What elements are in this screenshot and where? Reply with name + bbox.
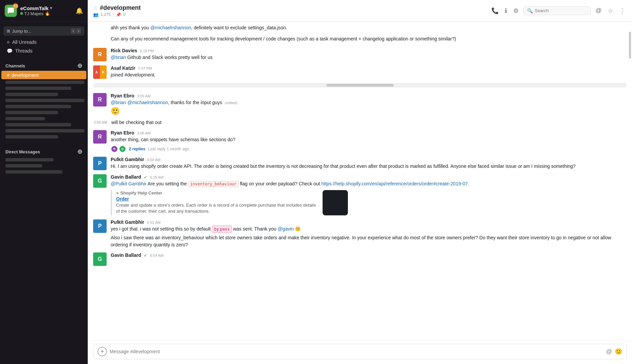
avatar-asaf-right: K (100, 65, 107, 79)
avatar-spacer-2 (93, 35, 107, 42)
avatar-asaf: A K (93, 65, 107, 79)
link-preview: ● Shopify Help Center Order Create and u… (111, 190, 627, 215)
add-attachment-button[interactable]: + (98, 347, 107, 356)
message-header-gavin-1: Gavin Ballard ✔ 6:29 AM (111, 174, 627, 180)
timestamp-pulkit-2: 6:51 AM (147, 220, 161, 224)
pins-icon: 📌 (116, 12, 121, 17)
preview-text: ● Shopify Help Center Order Create and u… (116, 190, 319, 214)
header-left: ☆ #development 👥 1,275 | 📌 0 (93, 4, 141, 17)
message-group-ryan-1: R Ryan Ebro 3:05 AM @brian @michaelrshan… (88, 90, 632, 118)
avatar-placeholder-ryan-2: R (93, 130, 107, 144)
jump-arrows: ‹ › (71, 28, 81, 34)
status-dot (20, 12, 23, 15)
mention-pulkit[interactable]: @Pulkit Gambhir (111, 181, 146, 186)
call-button[interactable]: 📞 (490, 6, 500, 16)
skeleton-channel-1 (5, 81, 84, 84)
scroll-thumb (326, 84, 394, 87)
verified-icon-2: ✔ (144, 253, 147, 258)
skeleton-channel-8 (5, 123, 71, 126)
threads-icon: 💬 (7, 48, 12, 54)
message-content-gavin-1: Gavin Ballard ✔ 6:29 AM @Pulkit Gambhir … (111, 174, 627, 215)
skeleton-channel-9 (5, 129, 84, 132)
reply-avatars: R G (111, 145, 126, 153)
at-button[interactable]: @ (594, 6, 603, 16)
jump-forward-button[interactable]: › (76, 28, 81, 34)
dm-section-header[interactable]: Direct Messages ⊕ (0, 144, 88, 157)
search-icon: ⊞ (7, 29, 10, 33)
message-content-pulkit-1: Pulkit Gambhir 4:54 AM Hi. I am using sh… (111, 157, 627, 170)
message-text-gavin-1: @Pulkit Gambhir Are you setting the inve… (111, 180, 627, 187)
jump-to[interactable]: ⊞ Jump to... ‹ › (3, 26, 84, 36)
sidebar-item-threads[interactable]: 💬 Threads (1, 47, 86, 55)
preview-thumb: 🛍 (323, 190, 348, 215)
message-input-box: + @ 🙂 (93, 344, 627, 359)
sender-name-pulkit-2[interactable]: Pulkit Gambhir (111, 219, 144, 225)
channel-header: ☆ #development 👥 1,275 | 📌 0 📞 ℹ ⚙ 🔍 @ ☆… (88, 0, 632, 22)
avatar-placeholder-pulkit-2: P (93, 219, 107, 233)
replies-bar[interactable]: R G 2 replies Last reply 1 month ago (111, 145, 627, 153)
preview-title-link[interactable]: Order (116, 196, 319, 202)
channel-name: #development (100, 4, 141, 11)
skeleton-channel-3 (5, 93, 58, 96)
mention-gavin[interactable]: @gavin (278, 226, 294, 232)
sender-name-pulkit[interactable]: Pulkit Gambhir (111, 157, 144, 162)
sender-name-gavin[interactable]: Gavin Ballard (111, 174, 141, 180)
mention-brian[interactable]: @brian (111, 55, 126, 60)
username-label: TJ Mapes (24, 11, 44, 16)
members-icon: 👥 (93, 12, 99, 17)
avatar-gavin: G (93, 174, 107, 188)
avatar-placeholder-gavin-2: G (93, 252, 107, 266)
message-content-ryan-2: Ryan Ebro 3:06 AM another thing, can sni… (111, 130, 627, 153)
header-actions: 📞 ℹ ⚙ 🔍 @ ☆ ⋮ (490, 6, 627, 16)
messages-area[interactable]: ahh yes thank you @michaelrshannon, defi… (88, 22, 632, 340)
mention-brian-ryan[interactable]: @brian (111, 100, 126, 105)
avatar-spacer (93, 24, 107, 31)
sender-name-ryan-2[interactable]: Ryan Ebro (111, 130, 134, 135)
code-by-pass: bypass (212, 225, 231, 233)
message-group-asaf: A K Asaf Katzir 7:37 PM joined #developm… (88, 63, 632, 80)
avatar-asaf-split: A K (93, 65, 107, 79)
header-meta: 👥 1,275 | 📌 0 (93, 12, 141, 17)
shopify-logo-small: ● (116, 190, 119, 195)
search-icon: 🔍 (527, 8, 533, 13)
info-button[interactable]: ℹ (503, 6, 509, 16)
mention-michaelrshannon-ryan[interactable]: @michaelrshannon (127, 100, 168, 105)
message-input[interactable] (110, 349, 603, 354)
sender-name-asaf[interactable]: Asaf Katzir (111, 65, 135, 71)
add-channel-button[interactable]: ⊕ (77, 62, 82, 69)
sender-name-rick[interactable]: Rick Davies (111, 48, 137, 53)
timestamp-asaf: 7:37 PM (138, 66, 152, 70)
sender-name-ryan[interactable]: Ryan Ebro (111, 93, 134, 98)
message-text: Can any of you recommend management tool… (111, 36, 456, 41)
sidebar-nav: ⊞ Jump to... ‹ › ≡ All Unreads 💬 Threads (0, 22, 88, 58)
message-text: ahh yes thank you @michaelrshannon, defi… (111, 25, 287, 30)
channels-section-header[interactable]: Channels ⊕ (0, 58, 88, 71)
search-input[interactable] (535, 8, 587, 13)
shopify-link[interactable]: https://help.shopify.com/en/api/referenc… (321, 181, 469, 186)
workspace-name[interactable]: eCommTalk ▾ (20, 5, 76, 11)
at-input-icon[interactable]: @ (606, 348, 612, 355)
sidebar: 3:1 eCommTalk ▾ TJ Mapes 🔥 🔔 ⊞ Jump to..… (0, 0, 88, 364)
message-text-pulkit-2: yes i got that. i was not setting this s… (111, 225, 627, 233)
bookmark-button[interactable]: ☆ (606, 6, 614, 16)
skeleton-channel-4 (5, 99, 84, 102)
search-box[interactable]: 🔍 (523, 6, 591, 15)
notification-bell[interactable]: 🔔 (76, 7, 83, 14)
more-button[interactable]: ⋮ (618, 6, 627, 16)
preview-description: Create and update a store's orders. Each… (116, 202, 319, 214)
emoji-input-icon[interactable]: 🙂 (615, 348, 622, 355)
channel-item-development[interactable]: # development (1, 71, 86, 79)
add-dm-button[interactable]: ⊕ (77, 148, 82, 155)
settings-button[interactable]: ⚙ (512, 6, 520, 16)
message-group-gavin-2: G Gavin Ballard ✔ 6:54 AM (88, 250, 632, 267)
jump-back-button[interactable]: ‹ (71, 28, 76, 34)
channel-title: ☆ #development (93, 4, 141, 11)
avatar-ryan-2: R (93, 130, 107, 144)
sidebar-item-all-unreads[interactable]: ≡ All Unreads (1, 38, 86, 47)
chevron-down-icon: ▾ (50, 6, 52, 10)
star-icon[interactable]: ☆ (93, 5, 98, 11)
mention-michaelrshannon[interactable]: @michaelrshannon (150, 25, 191, 30)
skeleton-channel-2 (5, 87, 71, 90)
avatar-ryan: R (93, 93, 107, 107)
sender-name-gavin-2[interactable]: Gavin Ballard (111, 252, 141, 258)
